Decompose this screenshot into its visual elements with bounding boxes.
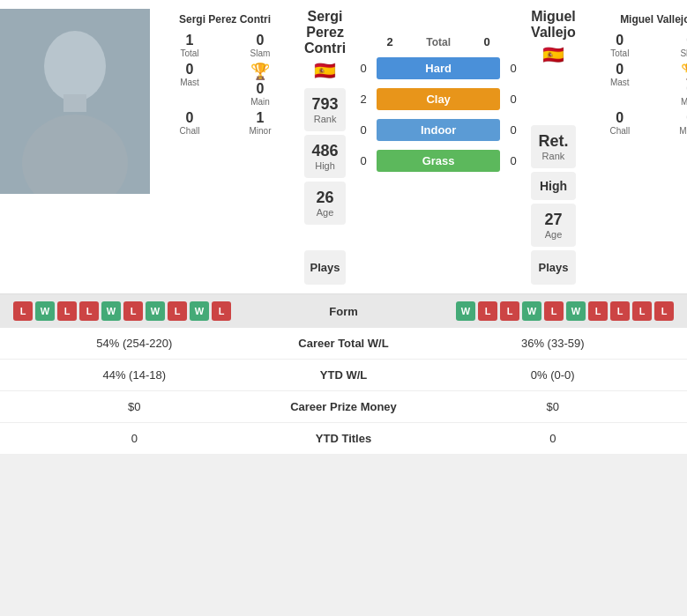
- player1-info: Sergi Perez Contri 1 Total 0 Slam 0 Mast…: [150, 9, 300, 285]
- player2-main-cell: 🏆 0 Main: [655, 62, 687, 107]
- player2-age-box: 27 Age: [531, 204, 576, 247]
- player2-rank-value: Ret.: [535, 132, 571, 151]
- indoor-p2: 0: [500, 123, 526, 137]
- player1-high-label: High: [309, 160, 341, 171]
- stats-p2-val: 0: [432, 432, 675, 445]
- player1-rank-label: Rank: [309, 114, 341, 124]
- player1-mast-cell: 0 Mast: [154, 62, 225, 107]
- form-badge: L: [212, 301, 231, 321]
- stats-p1-val: 54% (254-220): [13, 337, 256, 350]
- player2-total-cell: 0 Total: [585, 33, 655, 58]
- player1-photo: [0, 9, 150, 194]
- player1-age-label: Age: [309, 207, 341, 218]
- form-badge: L: [478, 301, 497, 321]
- form-badge: L: [79, 301, 99, 321]
- player1-high-value: 486: [309, 142, 341, 160]
- player1-age-value: 26: [309, 189, 341, 207]
- stats-row: 0 YTD Titles 0: [0, 423, 687, 454]
- form-section: LWLLWLWLWL Form WLLWLWLLLL: [0, 294, 687, 328]
- form-badge: W: [35, 301, 55, 321]
- player1-main-value: 0: [257, 81, 265, 97]
- grass-badge: Grass: [377, 150, 500, 172]
- surface-stats: 2 Total 0 0 Hard 0 2 Clay 0 0 Indoor 0 0: [350, 9, 526, 285]
- player2-slam-cell: 0 Slam: [655, 33, 687, 58]
- player2-mast-label: Mast: [610, 78, 630, 87]
- main-container: Sergi Perez Contri 1 Total 0 Slam 0 Mast…: [0, 0, 687, 454]
- stats-label: Career Prize Money: [256, 400, 432, 413]
- player1-slam-label: Slam: [250, 48, 271, 58]
- stats-p1-val: 44% (14-18): [13, 368, 256, 382]
- indoor-row: 0 Indoor 0: [350, 119, 526, 141]
- player2-age-label: Age: [535, 229, 571, 240]
- player1-rank-value: 793: [309, 95, 341, 114]
- clay-badge: Clay: [377, 88, 500, 110]
- form-badge: W: [566, 301, 586, 321]
- total-p2: 0: [474, 35, 500, 48]
- hard-p2: 0: [500, 62, 526, 75]
- player2-rank-box: Ret. Rank: [531, 125, 576, 168]
- player1-chall-cell: 0 Chall: [154, 110, 225, 136]
- player2-age-value: 27: [535, 211, 571, 229]
- player1-main-cell: 🏆 0 Main: [225, 62, 295, 107]
- player2-center-stats: Miguel Vallejo 🇪🇸 Ret. Rank High 27 Age …: [526, 9, 580, 285]
- player2-total-label: Total: [610, 48, 629, 58]
- player1-form: LWLLWLWLWL: [13, 301, 291, 321]
- player1-total-value: 1: [186, 33, 194, 48]
- player1-slam-value: 0: [257, 33, 265, 48]
- player1-minor-cell: 1 Minor: [225, 110, 295, 136]
- player2-trophy-icon: 🏆: [681, 62, 687, 81]
- player2-rank-label: Rank: [535, 151, 571, 161]
- player2-info: Miguel Vallejo 0 Total 0 Slam 0 Mast 🏆 0: [580, 9, 687, 285]
- hard-badge: Hard: [377, 57, 500, 79]
- player1-trophy-icon: 🏆: [250, 62, 270, 81]
- total-label: Total: [426, 36, 451, 48]
- hard-row: 0 Hard 0: [350, 57, 526, 79]
- player1-rank-box: 793 Rank: [304, 88, 346, 131]
- player1-chall-value: 0: [186, 110, 194, 126]
- indoor-p1: 0: [350, 123, 377, 137]
- player1-total-label: Total: [180, 48, 198, 58]
- player1-age-box: 26 Age: [304, 182, 346, 225]
- indoor-badge: Indoor: [377, 119, 500, 141]
- form-badge: L: [588, 301, 608, 321]
- grass-p1: 0: [350, 154, 377, 167]
- clay-p1: 2: [350, 93, 377, 106]
- player1-slam-cell: 0 Slam: [225, 33, 295, 58]
- form-badge: L: [544, 301, 564, 321]
- player2-name: Miguel Vallejo: [620, 13, 687, 26]
- stats-p2-val: 0% (0-0): [432, 368, 675, 382]
- form-badge: L: [168, 301, 187, 321]
- player1-main-label: Main: [250, 97, 270, 107]
- form-badge: L: [57, 301, 77, 321]
- player1-mast-label: Mast: [180, 78, 199, 87]
- player1-name: Sergi Perez Contri: [179, 13, 271, 26]
- player2-plays: Plays: [531, 250, 576, 285]
- player1-plays: Plays: [304, 250, 346, 285]
- form-badge: L: [632, 301, 652, 321]
- form-label: Form: [291, 305, 397, 318]
- grass-p2: 0: [500, 154, 526, 167]
- player1-high-box: 486 High: [304, 135, 346, 178]
- player2-minor-label: Minor: [679, 126, 687, 136]
- stats-p1-val: 0: [13, 432, 256, 445]
- form-badge: L: [610, 301, 630, 321]
- clay-p2: 0: [500, 93, 526, 106]
- form-badge: W: [146, 301, 165, 321]
- total-row: 2 Total 0: [350, 35, 526, 48]
- stats-p1-val: $0: [13, 400, 256, 413]
- stats-label: Career Total W/L: [256, 337, 432, 350]
- player2-minor-cell: 0 Minor: [655, 110, 687, 136]
- form-badge: L: [13, 301, 33, 321]
- form-badge: L: [123, 301, 143, 321]
- player2-flag: 🇪🇸: [542, 44, 564, 65]
- stats-label: YTD Titles: [256, 432, 432, 445]
- player2-chall-cell: 0 Chall: [585, 110, 655, 136]
- svg-rect-3: [63, 94, 86, 112]
- player1-center-stats: Sergi Perez Contri 🇪🇸 793 Rank 486 High …: [300, 9, 350, 285]
- player2-main-label: Main: [681, 97, 687, 107]
- form-badge: W: [522, 301, 541, 321]
- player1-chall-label: Chall: [180, 126, 200, 136]
- form-badge: W: [456, 301, 475, 321]
- clay-row: 2 Clay 0: [350, 88, 526, 110]
- player2-stats-grid: 0 Total 0 Slam 0 Mast 🏆 0 Main 0: [585, 33, 687, 136]
